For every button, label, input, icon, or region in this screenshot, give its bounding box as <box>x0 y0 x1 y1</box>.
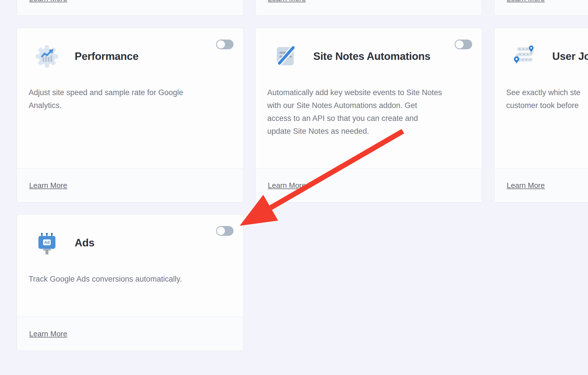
card-footer: Learn More <box>494 168 588 202</box>
performance-gear-chart-icon <box>35 45 59 68</box>
card-footer: Learn More <box>17 317 243 351</box>
site-notes-pencil-icon <box>274 45 297 68</box>
user-journey-route-icon <box>513 45 536 68</box>
card-header: Ad Ads <box>17 215 243 255</box>
learn-more-link-user-journey[interactable]: Learn More <box>507 181 545 190</box>
addon-card-user-journey: User Jo See exactly which ste customer t… <box>494 28 588 203</box>
description-line: Adjust site speed and sample rate for Go… <box>29 86 229 99</box>
learn-more-link-top-3[interactable]: Learn More <box>507 0 545 3</box>
addon-card-performance: Performance Adjust site speed and sample… <box>17 28 243 203</box>
card-header: User Jo <box>494 28 588 68</box>
description-line: access to an API so that you can create … <box>267 112 468 125</box>
addon-card-site-notes-automations: Site Notes Automations Automatically add… <box>255 28 482 203</box>
description-line: Track Google Ads conversions automatical… <box>29 273 229 286</box>
description-line: with our Site Notes Automations addon. G… <box>267 99 468 112</box>
card-body: Ad Ads Track Google Ads conversions auto… <box>17 215 243 317</box>
card-footer: Learn More <box>17 0 243 15</box>
addon-title: Performance <box>75 50 138 62</box>
partial-addon-card: Learn More <box>255 0 482 16</box>
card-header: Site Notes Automations <box>256 28 482 68</box>
card-footer: Learn More <box>17 168 243 202</box>
learn-more-link-site-notes[interactable]: Learn More <box>268 181 306 190</box>
description-line: Automatically add key website events to … <box>267 86 468 99</box>
addons-settings-page: Learn More Learn More Learn More <box>0 0 588 375</box>
addon-description: Track Google Ads conversions automatical… <box>17 255 243 286</box>
card-header: Performance <box>17 28 243 68</box>
learn-more-link-ads[interactable]: Learn More <box>29 329 67 338</box>
svg-text:Ad: Ad <box>44 240 50 245</box>
description-line: See exactly which ste <box>506 86 588 99</box>
card-body: Performance Adjust site speed and sample… <box>17 28 243 168</box>
ads-billboard-icon: Ad <box>35 231 59 255</box>
card-body: User Jo See exactly which ste customer t… <box>494 28 588 168</box>
card-footer: Learn More <box>256 0 482 15</box>
addon-card-ads: Ad Ads Track Google Ads conversions auto… <box>17 214 243 351</box>
description-line: Analytics. <box>29 99 229 112</box>
addon-description: Automatically add key website events to … <box>256 68 482 138</box>
card-footer: Learn More <box>494 0 588 15</box>
partial-addon-card: Learn More <box>17 0 243 16</box>
description-line: customer took before <box>506 99 588 112</box>
addon-title: Ads <box>75 237 94 249</box>
card-footer: Learn More <box>256 168 482 202</box>
card-body: Site Notes Automations Automatically add… <box>256 28 482 168</box>
description-line: update Site Notes as needed. <box>267 125 468 138</box>
learn-more-link-performance[interactable]: Learn More <box>29 181 67 190</box>
learn-more-link-top-1[interactable]: Learn More <box>29 0 67 3</box>
addon-description: Adjust site speed and sample rate for Go… <box>17 68 243 112</box>
partial-addon-card: Learn More <box>494 0 588 16</box>
learn-more-link-top-2[interactable]: Learn More <box>268 0 306 3</box>
addon-title: User Jo <box>552 50 588 62</box>
addon-title: Site Notes Automations <box>313 50 430 62</box>
addon-description: See exactly which ste customer took befo… <box>494 68 588 112</box>
